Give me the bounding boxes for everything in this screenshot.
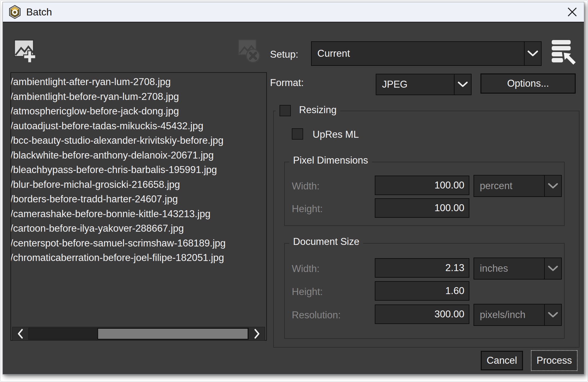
batch-dialog: Batch Setup: Curr [3, 2, 584, 374]
pixel-dimensions-title: Pixel Dimensions [289, 155, 372, 166]
scroll-right-icon[interactable] [250, 327, 264, 340]
list-item[interactable]: /bcc-beauty-studio-alexander-krivitskiy-… [10, 133, 266, 148]
process-button-label: Process [537, 355, 572, 366]
horizontal-scrollbar[interactable] [12, 327, 265, 341]
remove-images-icon [238, 38, 261, 65]
pixel-unit-value: percent [474, 176, 544, 196]
list-item[interactable]: /bleachbypass-before-chris-barbalis-1959… [10, 163, 266, 177]
doc-height-input[interactable] [375, 281, 469, 301]
format-select[interactable]: JPEG [376, 74, 472, 95]
resizing-checkbox[interactable] [279, 105, 291, 116]
setup-label: Setup: [270, 49, 298, 60]
list-item[interactable]: /autoadjust-before-tadas-mikuckis-45432.… [10, 119, 266, 134]
scrollbar-thumb[interactable] [97, 328, 248, 339]
resolution-label: Resolution: [292, 310, 341, 321]
titlebar: Batch [3, 2, 584, 22]
options-button-label: Options... [507, 78, 549, 89]
list-item[interactable]: /borders-before-tradd-harter-24607.jpg [10, 192, 266, 207]
doc-unit-value: inches [474, 258, 544, 279]
pixel-height-input[interactable] [375, 198, 469, 218]
setup-selected-value: Current [312, 42, 524, 65]
list-item[interactable]: /camerashake-before-bonnie-kittle-143213… [10, 207, 266, 222]
cancel-button[interactable]: Cancel [481, 351, 523, 370]
list-item[interactable]: /ambientlight-before-ryan-lum-2708.jpg [10, 90, 266, 104]
chevron-down-icon [524, 42, 541, 65]
add-images-icon[interactable] [14, 38, 38, 66]
pixel-width-label: Width: [292, 181, 320, 192]
scrollbar-track[interactable] [28, 328, 249, 340]
chevron-down-icon [544, 176, 561, 196]
list-item[interactable]: /atmosphericglow-before-jack-dong.jpg [10, 104, 266, 119]
upres-ml-checkbox[interactable] [292, 128, 303, 140]
apply-preset-stack-icon[interactable] [551, 39, 576, 67]
list-item[interactable]: /ambientlight-after-ryan-lum-2708.jpg [10, 75, 266, 90]
scroll-left-icon[interactable] [13, 327, 27, 340]
resolution-unit-value: pixels/inch [474, 304, 544, 325]
close-icon[interactable] [565, 5, 579, 19]
options-button[interactable]: Options... [480, 73, 576, 94]
resizing-legend: Resizing [276, 104, 340, 116]
pixel-unit-select[interactable]: percent [473, 175, 562, 197]
process-button[interactable]: Process [531, 350, 578, 371]
pixel-dimensions-group: Pixel Dimensions Width: percent Height: [284, 162, 565, 226]
chevron-down-icon [544, 258, 561, 279]
list-item[interactable]: /centerspot-before-samuel-scrimshaw-1681… [10, 236, 266, 251]
doc-width-label: Width: [292, 263, 320, 275]
format-selected-value: JPEG [376, 74, 454, 95]
resizing-group: Resizing UpRes ML Pixel Dimensions Width… [273, 111, 579, 348]
document-size-group: Document Size Width: inches Height: Reso… [284, 243, 565, 339]
list-item[interactable]: /blur-before-michal-grosicki-216658.jpg [10, 177, 266, 192]
doc-unit-select[interactable]: inches [473, 258, 562, 280]
upres-ml-label: UpRes ML [313, 129, 359, 140]
window-title: Batch [26, 6, 52, 18]
chevron-down-icon [454, 74, 471, 95]
list-item[interactable]: /cartoon-before-ilya-yakover-288667.jpg [10, 221, 266, 236]
list-item[interactable]: /chromaticaberration-before-joel-filipe-… [10, 251, 266, 265]
document-size-title: Document Size [289, 236, 363, 247]
file-items: /ambientlight-after-ryan-lum-2708.jpg/am… [13, 75, 266, 265]
app-logo-icon [9, 5, 21, 19]
list-item[interactable]: /blackwhite-before-anthony-delanoix-2067… [10, 148, 266, 163]
format-label: Format: [270, 77, 304, 89]
doc-width-input[interactable] [375, 258, 469, 278]
pixel-height-label: Height: [292, 203, 323, 215]
file-list[interactable]: /ambientlight-after-ryan-lum-2708.jpg/am… [10, 72, 267, 341]
resolution-unit-select[interactable]: pixels/inch [473, 304, 562, 326]
setup-select[interactable]: Current [311, 41, 542, 66]
resolution-input[interactable] [375, 304, 469, 324]
chevron-down-icon [544, 304, 561, 325]
pixel-width-input[interactable] [375, 176, 469, 195]
doc-height-label: Height: [292, 286, 323, 298]
cancel-button-label: Cancel [487, 355, 517, 366]
resizing-label: Resizing [299, 104, 337, 115]
